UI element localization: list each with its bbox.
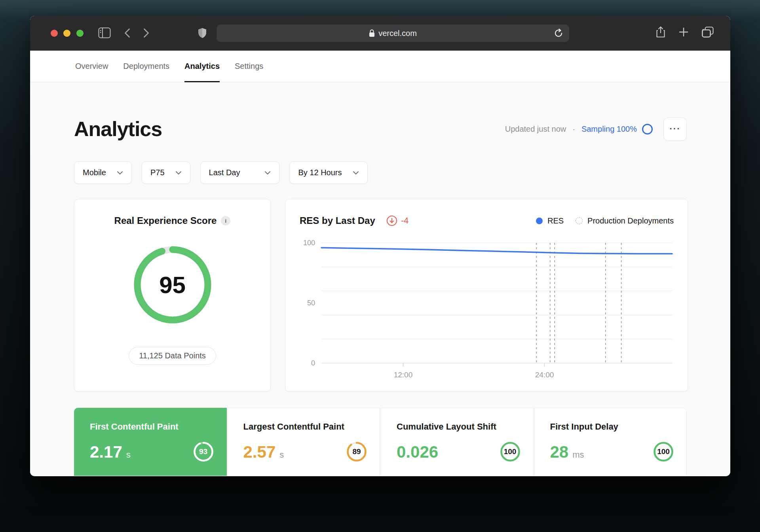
forward-button[interactable] — [143, 28, 149, 38]
metric-card-first-contentful-paint[interactable]: First Contentful Paint 2.17 s 93 — [74, 408, 227, 476]
sidebar-toggle-button[interactable] — [98, 27, 111, 38]
svg-text:24:00: 24:00 — [535, 371, 554, 377]
meta-separator: · — [572, 125, 575, 134]
tab-overview-button[interactable] — [702, 27, 714, 38]
zoom-button[interactable] — [76, 30, 84, 37]
chart-title: RES by Last Day — [300, 215, 375, 226]
score-value: 95 — [129, 241, 216, 328]
percentile-filter-dropdown[interactable]: P75 — [142, 161, 190, 184]
minimize-button[interactable] — [63, 30, 70, 37]
legend-production-deployments[interactable]: Production Deployments — [587, 216, 674, 225]
tab-overview[interactable]: Overview — [75, 51, 108, 82]
score-ring-badge: 93 — [193, 441, 214, 462]
browser-toolbar: vercel.com — [30, 16, 730, 51]
lock-icon — [369, 29, 375, 37]
data-points-pill: 11,125 Data Points — [129, 347, 216, 365]
url-text: vercel.com — [378, 29, 417, 38]
back-button[interactable] — [124, 28, 130, 38]
tab-settings[interactable]: Settings — [235, 51, 263, 82]
score-ring-badge: 100 — [500, 441, 521, 462]
score-gauge: 95 — [129, 241, 216, 328]
share-button[interactable] — [656, 26, 665, 38]
metric-card-first-input-delay[interactable]: First Input Delay 28 ms 100 — [534, 408, 687, 476]
delta-value: -4 — [401, 216, 409, 226]
page-content: Analytics Updated just now · Sampling 10… — [30, 82, 730, 476]
sampling-progress-ring — [642, 124, 653, 134]
arrow-down-circle-icon — [386, 215, 397, 226]
updated-status: Updated just now — [505, 125, 566, 134]
score-ring-badge: 89 — [346, 441, 367, 462]
res-chart-card: RES by Last Day -4 RES Production — [285, 199, 688, 392]
chevron-down-icon — [117, 171, 123, 175]
svg-text:50: 50 — [307, 299, 315, 307]
res-card-title: Real Experience Score — [114, 215, 217, 226]
svg-text:0: 0 — [311, 359, 315, 367]
new-tab-button[interactable] — [678, 27, 689, 37]
close-button[interactable] — [51, 30, 58, 37]
svg-text:100: 100 — [303, 239, 315, 247]
sampling-link[interactable]: Sampling 100% — [581, 125, 637, 134]
tab-analytics[interactable]: Analytics — [184, 51, 220, 82]
page-title: Analytics — [74, 117, 162, 141]
interval-filter-dropdown[interactable]: By 12 Hours — [289, 161, 367, 184]
deployments-legend-circle-icon — [576, 217, 583, 224]
delta-indicator: -4 — [386, 215, 409, 226]
tab-deployments[interactable]: Deployments — [123, 51, 169, 82]
real-experience-score-card: Real Experience Score i 95 11,125 Data P… — [74, 199, 271, 392]
filter-row: Mobile P75 Last Day By 12 Hours — [74, 161, 687, 184]
chevron-down-icon — [264, 171, 271, 175]
site-nav: Overview Deployments Analytics Settings — [30, 51, 730, 82]
metric-card-cumulative-layout-shift[interactable]: Cumulative Layout Shift 0.026 100 — [381, 408, 534, 476]
score-ring-badge: 100 — [653, 441, 674, 462]
chevron-down-icon — [353, 171, 359, 175]
browser-window: vercel.com — [30, 16, 730, 476]
svg-text:12:00: 12:00 — [394, 371, 413, 377]
web-vitals-row: First Contentful Paint 2.17 s 93 Largest… — [74, 408, 687, 476]
privacy-shield-icon — [198, 28, 207, 38]
metric-card-largest-contentful-paint[interactable]: Largest Contentful Paint 2.57 s 89 — [228, 408, 380, 476]
url-bar[interactable]: vercel.com — [217, 25, 569, 42]
more-options-button[interactable]: ··· — [663, 117, 687, 141]
refresh-button[interactable] — [553, 28, 564, 38]
chevron-down-icon — [175, 171, 182, 175]
legend-res[interactable]: RES — [547, 216, 564, 225]
timerange-filter-dropdown[interactable]: Last Day — [200, 161, 280, 184]
res-line-chart: 10050012:0024:00 — [298, 238, 674, 377]
info-icon[interactable]: i — [221, 216, 230, 225]
res-legend-dot-icon — [536, 218, 543, 224]
device-filter-dropdown[interactable]: Mobile — [74, 161, 132, 184]
